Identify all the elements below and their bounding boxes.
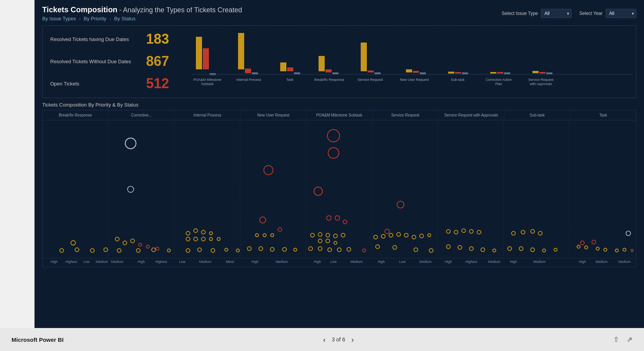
svg-text:High: High bbox=[445, 260, 452, 264]
svg-point-104 bbox=[314, 187, 322, 195]
svg-rect-21 bbox=[406, 69, 412, 72]
svg-point-171 bbox=[596, 247, 599, 250]
col-header-6: Service Request with Approvals bbox=[439, 110, 504, 120]
section-title: Tickets Composition By Priority & By Sta… bbox=[34, 102, 644, 110]
svg-point-74 bbox=[201, 230, 205, 234]
svg-point-167 bbox=[580, 241, 584, 245]
svg-text:Task: Task bbox=[286, 78, 294, 82]
svg-point-174 bbox=[623, 248, 626, 251]
svg-point-136 bbox=[393, 246, 397, 249]
nav-by-priority[interactable]: By Priority bbox=[84, 16, 106, 21]
col-header-4: POA&M Milestone Subtask bbox=[306, 110, 372, 120]
svg-point-172 bbox=[604, 248, 607, 251]
svg-point-91 bbox=[278, 228, 282, 231]
svg-point-128 bbox=[381, 235, 385, 238]
svg-point-68 bbox=[168, 249, 171, 252]
svg-point-121 bbox=[363, 249, 366, 252]
year-select[interactable]: All bbox=[606, 9, 636, 18]
svg-text:High: High bbox=[51, 260, 58, 264]
svg-point-63 bbox=[146, 245, 150, 248]
svg-point-162 bbox=[542, 249, 545, 252]
svg-rect-36 bbox=[546, 72, 552, 74]
svg-point-151 bbox=[493, 249, 496, 252]
share-icon[interactable]: ⇧ bbox=[613, 335, 619, 344]
svg-rect-18 bbox=[368, 71, 374, 72]
year-select-wrapper: All bbox=[606, 9, 636, 18]
svg-rect-14 bbox=[325, 69, 332, 72]
svg-point-89 bbox=[264, 166, 273, 175]
svg-rect-11 bbox=[294, 72, 300, 74]
svg-point-66 bbox=[136, 249, 140, 253]
svg-point-132 bbox=[412, 235, 416, 239]
issue-type-filter-group: Select Issue Type All bbox=[502, 9, 572, 18]
svg-rect-30 bbox=[497, 72, 503, 74]
svg-text:High: High bbox=[251, 260, 258, 264]
svg-point-129 bbox=[389, 233, 393, 237]
stats-box: Resolved Tickets having Due Dates 183 Re… bbox=[42, 25, 636, 98]
col-header-3: New User Request bbox=[240, 110, 306, 120]
svg-text:Medium: Medium bbox=[111, 260, 123, 264]
svg-text:New User Request: New User Request bbox=[400, 78, 429, 82]
dashboard-container: Tickets Composition - Analyzing the Type… bbox=[34, 0, 644, 328]
svg-rect-31 bbox=[504, 72, 510, 74]
next-page-button[interactable]: › bbox=[351, 335, 354, 344]
svg-point-96 bbox=[259, 247, 263, 251]
svg-rect-17 bbox=[361, 43, 367, 71]
page-indicator: 3 of 6 bbox=[332, 336, 345, 343]
svg-text:High: High bbox=[378, 260, 385, 264]
nav-by-status[interactable]: By Status bbox=[114, 16, 136, 21]
svg-point-84 bbox=[225, 248, 228, 251]
svg-text:High: High bbox=[510, 260, 517, 264]
stat-row-open: Open Tickets 512 bbox=[50, 75, 181, 92]
svg-point-147 bbox=[447, 245, 450, 249]
svg-point-102 bbox=[327, 130, 340, 142]
svg-point-150 bbox=[481, 248, 485, 252]
svg-point-105 bbox=[327, 216, 331, 220]
svg-point-113 bbox=[318, 239, 322, 243]
svg-text:Minor: Minor bbox=[226, 260, 234, 264]
svg-point-119 bbox=[337, 248, 341, 252]
nav-separator-1: - bbox=[79, 16, 80, 21]
svg-point-106 bbox=[335, 216, 340, 220]
scatter-plot: Break/fix Response Corrective... Interna… bbox=[42, 110, 636, 267]
svg-point-59 bbox=[115, 237, 119, 241]
col-header-5: Service Request bbox=[373, 110, 439, 120]
svg-point-115 bbox=[334, 241, 337, 244]
nav-by-issue-types[interactable]: By Issue Types bbox=[42, 16, 76, 21]
svg-text:Service Request: Service Request bbox=[358, 78, 383, 82]
svg-point-163 bbox=[554, 248, 557, 251]
prev-page-button[interactable]: ‹ bbox=[323, 335, 326, 344]
page-navigation: ‹ 3 of 6 › bbox=[323, 335, 354, 344]
svg-text:Medium: Medium bbox=[419, 260, 432, 264]
svg-point-109 bbox=[318, 233, 322, 236]
scatter-svg: High Highest Low Medium Medium High bbox=[43, 120, 636, 267]
svg-point-58 bbox=[128, 186, 134, 192]
svg-rect-25 bbox=[448, 72, 454, 74]
svg-text:Medium: Medium bbox=[199, 260, 211, 264]
svg-point-107 bbox=[343, 220, 347, 224]
svg-point-48 bbox=[60, 249, 64, 253]
svg-text:Highest: Highest bbox=[155, 260, 167, 264]
svg-point-138 bbox=[429, 249, 433, 253]
resolved-due-label: Resolved Tickets having Due Dates bbox=[50, 36, 138, 42]
svg-point-103 bbox=[328, 148, 339, 158]
svg-rect-10 bbox=[287, 67, 293, 71]
resolved-nodue-value: 867 bbox=[146, 53, 177, 69]
svg-rect-13 bbox=[319, 56, 325, 71]
svg-rect-34 bbox=[532, 71, 539, 73]
issue-type-select[interactable]: All bbox=[541, 9, 572, 18]
svg-point-52 bbox=[71, 241, 76, 245]
svg-text:High: High bbox=[314, 260, 321, 264]
issue-type-select-wrapper: All bbox=[541, 9, 572, 18]
svg-point-170 bbox=[585, 246, 588, 249]
svg-point-79 bbox=[209, 238, 212, 241]
svg-text:Medium: Medium bbox=[276, 260, 288, 264]
issue-type-label: Select Issue Type bbox=[502, 11, 538, 16]
expand-icon[interactable]: ⇗ bbox=[627, 335, 632, 344]
svg-text:Service Request: Service Request bbox=[528, 78, 554, 82]
svg-point-155 bbox=[511, 231, 515, 235]
svg-rect-0 bbox=[196, 37, 202, 69]
svg-point-80 bbox=[217, 238, 220, 241]
svg-point-72 bbox=[186, 231, 190, 235]
svg-rect-9 bbox=[280, 62, 286, 71]
